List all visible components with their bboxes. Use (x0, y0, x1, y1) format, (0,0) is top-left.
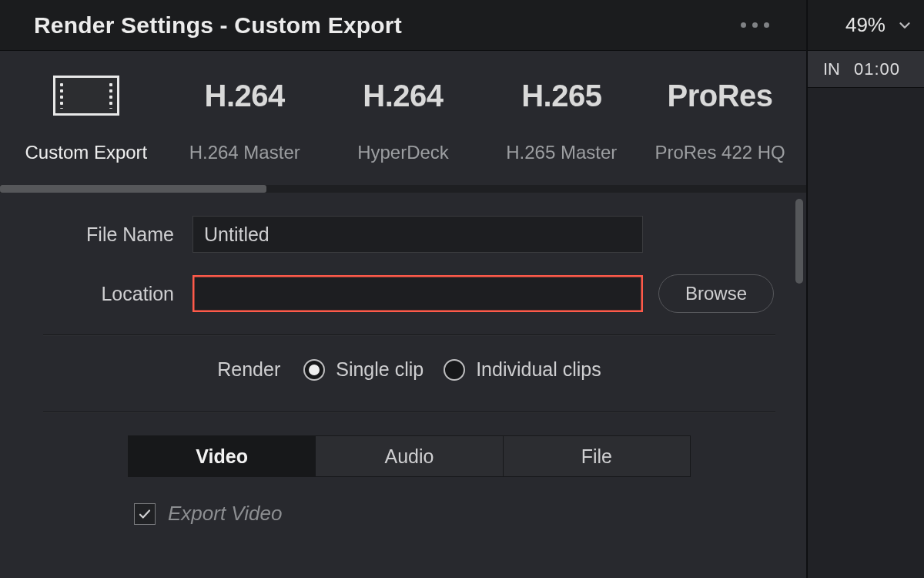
preset-label: H.264 Master (189, 142, 300, 163)
file-name-row: File Name (43, 216, 775, 253)
render-individual-clips-option[interactable]: Individual clips (444, 358, 601, 381)
browse-button[interactable]: Browse (658, 274, 774, 313)
preset-h264-master[interactable]: H.264 H.264 Master (172, 72, 317, 163)
preset-label: Custom Export (25, 142, 148, 163)
tab-audio[interactable]: Audio (316, 436, 503, 476)
export-form: File Name Location Browse Render Single … (0, 193, 806, 526)
panel-title: Render Settings - Custom Export (34, 12, 739, 39)
location-row: Location Browse (43, 274, 775, 313)
in-point-label: IN (823, 59, 840, 79)
checkbox-icon (134, 503, 156, 525)
chevron-down-icon (896, 17, 913, 34)
preset-label: H.265 Master (506, 142, 617, 163)
file-name-input[interactable] (192, 216, 643, 253)
codec-text-icon: H.264 (205, 72, 285, 119)
preset-row: Custom Export H.264 H.264 Master H.264 H… (0, 51, 806, 171)
location-input[interactable] (192, 275, 643, 312)
timecode-bar: IN 01:00 (808, 51, 924, 88)
more-options-icon[interactable] (739, 18, 771, 32)
codec-text-icon: H.264 (363, 72, 443, 119)
preset-scrollbar-thumb[interactable] (0, 185, 266, 193)
right-panel: 49% IN 01:00 (807, 0, 924, 578)
divider (43, 412, 775, 412)
filmstrip-icon (53, 72, 119, 119)
tab-video[interactable]: Video (129, 436, 316, 476)
zoom-value: 49% (845, 13, 886, 37)
titlebar: Render Settings - Custom Export (0, 0, 806, 51)
preset-label: HyperDeck (357, 142, 449, 163)
render-settings-panel: Render Settings - Custom Export Custom E… (0, 0, 807, 578)
preset-label: ProRes 422 HQ (654, 142, 785, 163)
render-mode-row: Render Single clip Individual clips (43, 358, 775, 402)
preset-custom-export[interactable]: Custom Export (14, 72, 159, 163)
zoom-control[interactable]: 49% (808, 0, 924, 51)
tab-file[interactable]: File (504, 436, 690, 476)
preset-prores-422hq[interactable]: ProRes ProRes 422 HQ (648, 72, 792, 163)
render-single-clip-option[interactable]: Single clip (303, 358, 424, 381)
location-label: Location (43, 283, 174, 305)
right-panel-body (808, 88, 924, 578)
file-name-label: File Name (43, 223, 174, 246)
divider (43, 334, 775, 335)
radio-label: Individual clips (476, 358, 601, 381)
preset-h265-master[interactable]: H.265 H.265 Master (489, 72, 634, 163)
codec-text-icon: ProRes (668, 72, 773, 119)
preset-scrollbar[interactable] (0, 185, 806, 193)
export-video-label: Export Video (168, 502, 282, 526)
radio-label: Single clip (336, 358, 424, 381)
render-label: Render (217, 358, 280, 381)
radio-icon (444, 359, 465, 381)
settings-tabs: Video Audio File (128, 435, 691, 477)
in-point-timecode: 01:00 (854, 59, 900, 79)
form-scrollbar-thumb[interactable] (795, 199, 803, 284)
export-video-row[interactable]: Export Video (43, 477, 775, 526)
preset-hyperdeck[interactable]: H.264 HyperDeck (331, 72, 476, 163)
radio-icon (303, 359, 325, 381)
codec-text-icon: H.265 (521, 72, 601, 119)
